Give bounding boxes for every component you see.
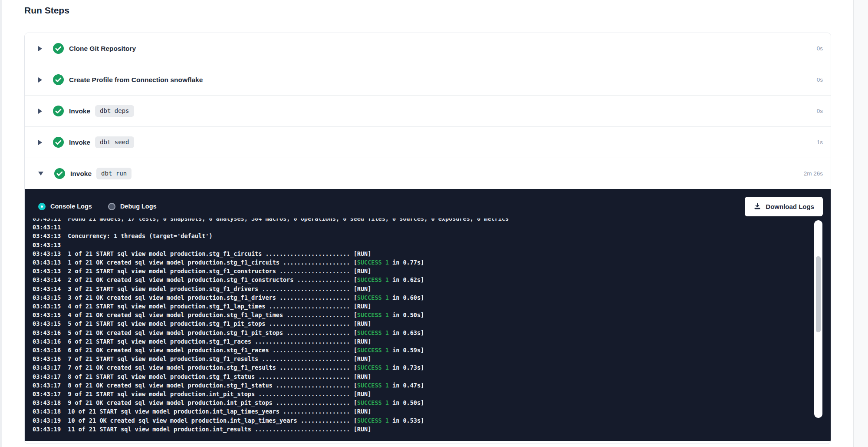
- log-line: 03:43:18 9 of 21 OK created sql view mod…: [33, 398, 812, 407]
- log-line: 03:43:16 6 of 21 OK created sql view mod…: [33, 346, 812, 354]
- log-line: 03:43:15 3 of 21 OK created sql view mod…: [33, 293, 812, 302]
- console-toolbar: Console Logs Debug Logs Download Logs: [38, 196, 823, 216]
- step-label: Invoke: [70, 170, 92, 178]
- console-logs-radio[interactable]: Console Logs: [38, 203, 92, 210]
- log-line: 03:43:13 Concurrency: 1 threads (target=…: [33, 232, 812, 240]
- log-line: 03:43:15 4 of 21 START sql view model pr…: [33, 302, 812, 311]
- debug-logs-label: Debug Logs: [120, 203, 157, 210]
- step-row[interactable]: Clone Git Repository 0s: [25, 33, 831, 64]
- run-steps-card: Clone Git Repository 0s Create Profile f…: [24, 33, 831, 444]
- success-check-icon: [53, 74, 64, 85]
- step-row[interactable]: Create Profile from Connection snowflake…: [25, 64, 831, 96]
- step-duration: 0s: [817, 108, 823, 114]
- step-command-chip: dbt deps: [95, 105, 134, 117]
- caret-icon[interactable]: [38, 46, 42, 51]
- step-label: Clone Git Repository: [69, 45, 136, 53]
- log-line: 03:43:19 10 of 21 OK created sql view mo…: [33, 416, 812, 425]
- log-output[interactable]: 03:43:11 Found 21 models, 17 tests, 0 sn…: [33, 219, 812, 441]
- caret-icon[interactable]: [38, 140, 42, 145]
- log-scrollbar[interactable]: [814, 220, 822, 418]
- left-gutter: [0, 0, 2, 447]
- step-row[interactable]: Invoke dbt run 2m 26s: [25, 158, 831, 189]
- log-line: 03:43:14 2 of 21 OK created sql view mod…: [33, 275, 812, 284]
- success-check-icon: [53, 43, 64, 54]
- page-title: Run Steps: [24, 5, 831, 16]
- debug-logs-radio[interactable]: Debug Logs: [108, 203, 157, 210]
- log-line: 03:43:16 6 of 21 START sql view model pr…: [33, 337, 812, 346]
- step-command-chip: dbt run: [96, 168, 132, 179]
- log-line: 03:43:11: [33, 223, 812, 232]
- download-logs-button[interactable]: Download Logs: [745, 197, 823, 216]
- log-line: 03:43:13 1 of 21 START sql view model pr…: [33, 249, 812, 258]
- log-line: 03:43:11 Found 21 models, 17 tests, 0 sn…: [33, 219, 812, 223]
- log-line: 03:43:16 7 of 21 START sql view model pr…: [33, 354, 812, 363]
- step-duration: 0s: [817, 76, 823, 83]
- log-line: 03:43:16 5 of 21 OK created sql view mod…: [33, 328, 812, 337]
- download-logs-label: Download Logs: [766, 203, 814, 210]
- log-line: 03:43:18 10 of 21 START sql view model p…: [33, 407, 812, 416]
- log-line: 03:43:17 7 of 21 OK created sql view mod…: [33, 363, 812, 372]
- download-icon: [753, 202, 761, 210]
- log-line: 03:43:17 8 of 21 OK created sql view mod…: [33, 381, 812, 390]
- step-duration: 1s: [817, 139, 823, 146]
- log-line: 03:43:13: [33, 241, 812, 249]
- caret-icon[interactable]: [38, 77, 42, 83]
- console-panel: Console Logs Debug Logs Download Logs: [25, 189, 831, 441]
- log-line: 03:43:15 4 of 21 OK created sql view mod…: [33, 311, 812, 319]
- log-line: 03:43:17 8 of 21 START sql view model pr…: [33, 372, 812, 381]
- step-duration: 2m 26s: [804, 170, 823, 177]
- step-duration: 0s: [817, 45, 823, 52]
- log-line: 03:43:13 2 of 21 START sql view model pr…: [33, 267, 812, 275]
- step-row[interactable]: Invoke dbt deps 0s: [25, 96, 831, 127]
- run-steps-page: Run Steps Clone Git Repository 0s Create…: [24, 0, 831, 444]
- radio-unselected-icon: [108, 203, 115, 210]
- caret-icon[interactable]: [38, 172, 43, 175]
- step-command-chip: dbt seed: [95, 136, 134, 148]
- log-line: 03:43:13 1 of 21 OK created sql view mod…: [33, 258, 812, 267]
- step-label: Invoke: [69, 139, 90, 146]
- caret-icon[interactable]: [38, 109, 42, 114]
- success-check-icon: [54, 168, 65, 179]
- log-line: 03:43:15 5 of 21 START sql view model pr…: [33, 319, 812, 328]
- radio-selected-icon: [38, 203, 46, 210]
- success-check-icon: [53, 106, 64, 116]
- console-logs-label: Console Logs: [50, 203, 92, 210]
- step-label: Create Profile from Connection snowflake: [69, 76, 203, 84]
- log-line: 03:43:14 3 of 21 START sql view model pr…: [33, 285, 812, 293]
- log-line: 03:43:17 9 of 21 START sql view model pr…: [33, 390, 812, 398]
- right-gutter: [853, 0, 868, 447]
- success-check-icon: [53, 137, 64, 148]
- step-row[interactable]: Invoke dbt seed 1s: [25, 127, 831, 158]
- log-scrollbar-thumb[interactable]: [816, 256, 821, 332]
- step-label: Invoke: [69, 107, 90, 115]
- log-line: 03:43:19 11 of 21 START sql view model p…: [33, 425, 812, 434]
